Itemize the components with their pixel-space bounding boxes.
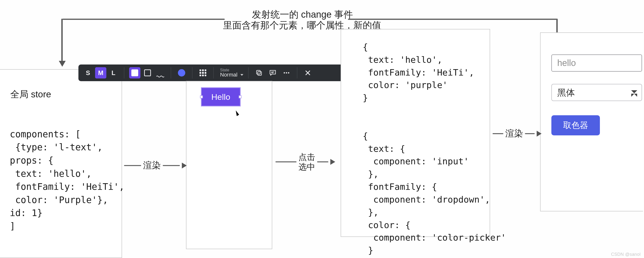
shape-button[interactable] bbox=[176, 67, 187, 79]
flow-label: 点击 bbox=[298, 152, 315, 162]
fill-solid-button[interactable] bbox=[129, 67, 140, 79]
square-outline-icon bbox=[144, 69, 151, 76]
arrowhead-down-icon bbox=[59, 61, 66, 67]
flow-render-arrow: 渲染 bbox=[124, 159, 187, 171]
arrow-right-icon bbox=[182, 163, 187, 168]
pipe-segment bbox=[348, 19, 557, 20]
stroke-style-button[interactable] bbox=[155, 67, 166, 79]
flow-label: 渲染 bbox=[143, 159, 161, 171]
wave-line-icon bbox=[156, 72, 164, 74]
arrow-right-icon bbox=[330, 159, 335, 165]
toolbar-divider bbox=[171, 67, 171, 79]
svg-point-5 bbox=[286, 72, 287, 74]
toolbar-divider bbox=[297, 67, 297, 79]
close-icon bbox=[304, 69, 312, 77]
store-code: components: [ {type: 'l-text', props: { … bbox=[10, 115, 124, 233]
fill-segment bbox=[129, 65, 166, 81]
font-family-select[interactable]: 黑体 bbox=[551, 84, 642, 101]
copy-icon bbox=[255, 69, 263, 77]
arrow-right-icon bbox=[537, 131, 542, 137]
svg-rect-0 bbox=[256, 70, 260, 74]
flow-label: 选中 bbox=[298, 162, 315, 172]
watermark: CSDN @sanol bbox=[611, 252, 640, 257]
circle-icon bbox=[178, 69, 185, 77]
resize-handle-right[interactable] bbox=[239, 95, 242, 98]
chat-icon bbox=[269, 69, 276, 77]
state-value: Normal bbox=[220, 72, 238, 78]
toolbar-divider bbox=[192, 67, 192, 79]
dots-icon bbox=[283, 69, 290, 77]
state-dropdown[interactable]: State Normal bbox=[218, 65, 243, 81]
close-toolbar-button[interactable] bbox=[302, 67, 314, 79]
size-s-button[interactable]: S bbox=[82, 67, 94, 79]
grid-icon bbox=[200, 69, 206, 76]
chevron-down-icon bbox=[240, 74, 243, 76]
hello-component-text: Hello bbox=[211, 92, 230, 102]
pipe-segment bbox=[61, 19, 63, 64]
svg-rect-1 bbox=[258, 72, 262, 75]
toolbar-divider bbox=[248, 67, 248, 79]
duplicate-button[interactable] bbox=[254, 67, 265, 79]
flow-click-select-arrow: 点击 选中 bbox=[276, 152, 335, 172]
size-segment: S M L bbox=[82, 65, 119, 81]
text-input[interactable] bbox=[551, 55, 642, 72]
floating-toolbar: S M L State Normal bbox=[78, 65, 363, 81]
color-picker-button[interactable]: 取色器 bbox=[551, 115, 600, 135]
toolbar-divider bbox=[214, 67, 214, 79]
more-button[interactable] bbox=[281, 67, 292, 79]
flow-render2-arrow: 渲染 bbox=[492, 128, 542, 140]
flow-label: 渲染 bbox=[505, 128, 523, 140]
store-title: 全局 store bbox=[10, 88, 51, 101]
comment-button[interactable] bbox=[267, 67, 278, 79]
pipe-segment bbox=[62, 19, 225, 20]
toolbar-divider bbox=[124, 67, 124, 79]
fill-outline-button[interactable] bbox=[142, 67, 153, 79]
square-filled-icon bbox=[131, 69, 138, 76]
diagram-canvas: 发射统一的 change 事件 里面含有那个元素，哪个属性，新的值 全局 sto… bbox=[0, 0, 644, 258]
hello-component[interactable]: Hello bbox=[201, 87, 241, 106]
size-l-button[interactable]: L bbox=[108, 67, 119, 79]
resize-handle-left[interactable] bbox=[200, 95, 203, 98]
mapping-json-code: { text: 'hello', fontFamily: 'HeiTi', co… bbox=[363, 41, 506, 258]
size-m-button[interactable]: M bbox=[95, 67, 106, 79]
svg-point-4 bbox=[284, 72, 285, 74]
svg-point-6 bbox=[288, 72, 290, 74]
grid-button[interactable] bbox=[197, 67, 208, 79]
